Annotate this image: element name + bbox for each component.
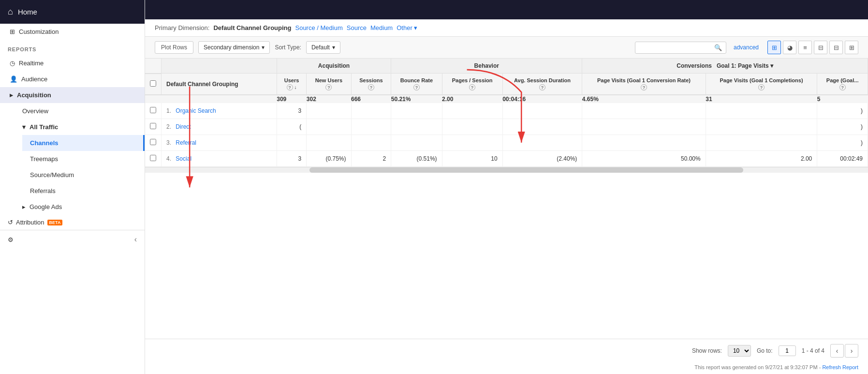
row-checkbox[interactable] <box>150 155 156 161</box>
plot-rows-button[interactable]: Plot Rows <box>155 41 193 54</box>
table-area: Acquisition Behavior Conversions Goal 1:… <box>145 59 868 339</box>
row-channel-cell: 1. Organic Search <box>162 103 277 119</box>
primary-dim-label: Primary Dimension: <box>155 24 209 31</box>
select-all-checkbox[interactable] <box>150 80 156 87</box>
customization-icon: ⊞ <box>10 28 15 35</box>
pages-session-help-icon[interactable]: ? <box>469 84 475 90</box>
sidebar-item-treemaps[interactable]: Treemaps <box>22 151 145 167</box>
channel-link[interactable]: Organic Search <box>176 107 216 114</box>
source-medium-link[interactable]: Source / Medium <box>295 24 342 31</box>
next-page-button[interactable]: › <box>845 344 858 358</box>
row-users: ( <box>277 119 307 135</box>
source-link[interactable]: Source <box>347 24 367 31</box>
view-pie-icon[interactable]: ◕ <box>783 41 796 54</box>
search-input[interactable] <box>639 44 712 51</box>
sidebar-item-google-ads[interactable]: ▸ Google Ads <box>15 199 145 215</box>
report-generated-text: This report was generated on 9/27/21 at … <box>694 364 821 370</box>
sidebar-item-audience[interactable]: 👤 Audience <box>0 71 145 87</box>
row-new-users: (0.75%) <box>307 151 351 167</box>
horizontal-scrollbar[interactable] <box>145 167 868 173</box>
sidebar-item-realtime[interactable]: ◷ Realtime <box>0 55 145 71</box>
th-pages-session[interactable]: Pages / Session ? <box>442 74 502 95</box>
row-checkbox-cell[interactable] <box>145 119 162 135</box>
rows-select[interactable]: 10 25 50 <box>728 345 751 357</box>
th-acquisition-group: Acquisition <box>277 59 391 74</box>
row-channel-cell: 2. Direct <box>162 119 277 135</box>
row-users <box>277 135 307 151</box>
pages-session-col-label: Pages / Session <box>452 77 493 83</box>
completions-help-icon[interactable]: ? <box>758 84 765 90</box>
medium-link[interactable]: Medium <box>370 24 393 31</box>
collapse-button[interactable]: ‹ <box>134 235 137 244</box>
sidebar-item-all-traffic[interactable]: ▾ All Traffic <box>15 119 145 135</box>
settings-icon[interactable]: ⚙ <box>8 236 14 243</box>
sort-type-dropdown[interactable]: Default ▾ <box>306 41 340 54</box>
view-list-icon[interactable]: ≡ <box>798 41 812 54</box>
conv-rate-help-icon[interactable]: ? <box>641 84 647 90</box>
th-sessions[interactable]: Sessions ? <box>351 74 391 95</box>
goto-input[interactable]: 1 <box>779 345 796 356</box>
sessions-help-icon[interactable]: ? <box>368 84 374 90</box>
th-avg-session[interactable]: Avg. Session Duration ? <box>502 74 582 95</box>
th-check-all[interactable] <box>145 74 162 95</box>
totals-checkbox-cell <box>145 95 162 103</box>
channel-link[interactable]: Referral <box>176 139 196 146</box>
totals-bounce-rate: 50.21% <box>391 95 442 103</box>
row-checkbox-cell[interactable] <box>145 103 162 119</box>
users-help-icon[interactable]: ? <box>287 84 293 90</box>
row-checkbox[interactable] <box>150 107 156 113</box>
report-footer: This report was generated on 9/27/21 at … <box>145 362 868 374</box>
prev-page-button[interactable]: ‹ <box>830 344 844 358</box>
sidebar-item-referrals[interactable]: Referrals <box>22 183 145 199</box>
sidebar-item-overview[interactable]: Overview <box>15 103 145 119</box>
advanced-link[interactable]: advanced <box>734 44 759 51</box>
other-dropdown[interactable]: Other ▾ <box>397 24 417 31</box>
new-users-help-icon[interactable]: ? <box>325 84 332 90</box>
th-completions[interactable]: Page Visits (Goal 1 Completions) ? <box>706 74 817 95</box>
refresh-report-link[interactable]: Refresh Report <box>822 364 858 370</box>
th-new-users[interactable]: New Users ? <box>307 74 351 95</box>
totals-users: 309 <box>277 95 307 103</box>
th-bounce-rate[interactable]: Bounce Rate ? <box>391 74 442 95</box>
audience-icon: 👤 <box>10 75 17 83</box>
sidebar-item-attribution[interactable]: ↺ Attribution BETA <box>0 215 145 230</box>
bounce-rate-col-label: Bounce Rate <box>400 77 433 83</box>
row-completions: 2.00 <box>706 151 817 167</box>
page-goal-help-icon[interactable]: ? <box>839 84 846 90</box>
home-icon: ⌂ <box>8 7 13 17</box>
th-conversions-group: Conversions Goal 1: Page Visits ▾ <box>582 59 868 74</box>
avg-session-help-icon[interactable]: ? <box>539 84 545 90</box>
row-checkbox[interactable] <box>150 139 156 145</box>
th-conv-rate[interactable]: Page Visits (Goal 1 Conversion Rate) ? <box>582 74 706 95</box>
channel-link[interactable]: Direct <box>176 123 191 130</box>
th-users[interactable]: Users ? ↓ <box>277 74 307 95</box>
page-goal-col-label: Page (Goal... <box>826 77 859 83</box>
row-checkbox-cell[interactable] <box>145 135 162 151</box>
all-traffic-label: All Traffic <box>29 123 58 131</box>
th-page-goal[interactable]: Page (Goal... ? <box>817 74 868 95</box>
users-sort-arrow[interactable]: ↓ <box>294 85 297 90</box>
view-grid-icon[interactable]: ⊞ <box>845 41 858 54</box>
bounce-rate-help-icon[interactable]: ? <box>413 84 420 90</box>
acquisition-icon: ▸ <box>10 91 13 99</box>
channel-link[interactable]: Social <box>176 155 191 162</box>
goto-label: Go to: <box>757 347 773 354</box>
search-box[interactable]: 🔍 <box>635 42 726 54</box>
row-checkbox-cell[interactable] <box>145 151 162 167</box>
view-compare1-icon[interactable]: ⊟ <box>814 41 827 54</box>
view-compare2-icon[interactable]: ⊟ <box>829 41 843 54</box>
sidebar-item-customization[interactable]: ⊞ Customization <box>0 24 145 40</box>
view-table-icon[interactable]: ⊞ <box>767 41 781 54</box>
sort-arrow-icon: ▾ <box>332 44 335 51</box>
sidebar-item-channels[interactable]: Channels <box>22 135 145 151</box>
home-label[interactable]: Home <box>18 8 37 16</box>
row-avg-session <box>502 119 582 135</box>
sidebar-item-source-medium[interactable]: Source/Medium <box>22 167 145 183</box>
sort-default-label: Default <box>311 44 330 51</box>
row-checkbox[interactable] <box>150 123 156 129</box>
sidebar-item-acquisition[interactable]: ▸ Acquisition <box>0 87 145 103</box>
secondary-dimension-dropdown[interactable]: Secondary dimension ▾ <box>198 41 270 54</box>
row-page-goal: ) <box>817 135 868 151</box>
scrollbar-thumb[interactable] <box>309 167 743 173</box>
main-content: Primary Dimension: Default Channel Group… <box>145 0 868 374</box>
